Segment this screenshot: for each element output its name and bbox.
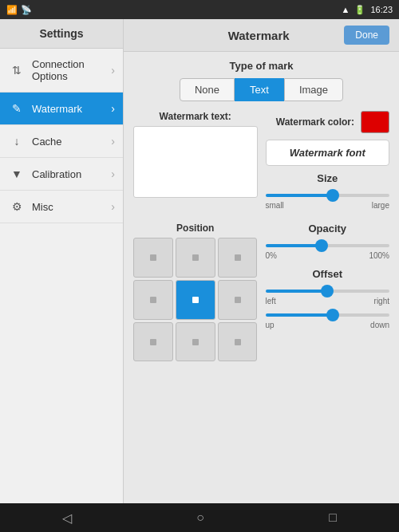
connection-icon: ⇅ (8, 64, 26, 77)
size-min-label: small (266, 201, 284, 210)
size-labels: small large (266, 201, 390, 210)
opacity-slider-section: Opacity 0% 100% (266, 223, 390, 260)
cache-icon: ↓ (8, 135, 26, 148)
offset-lr-slider[interactable] (266, 290, 390, 293)
recents-button[interactable]: □ (329, 510, 337, 525)
status-left-icons: 📶 📡 (6, 5, 32, 15)
sidebar-item-watermark[interactable]: ✎ Watermark › (0, 93, 123, 125)
watermark-text-col: Watermark text: (133, 111, 258, 215)
wifi-icon: ▲ (342, 5, 350, 14)
watermark-settings-row: Watermark text: Watermark color: Waterma… (133, 111, 389, 215)
opacity-labels: 0% 100% (266, 251, 390, 260)
pos-cell-7[interactable] (176, 322, 215, 362)
pos-dot-0 (150, 254, 156, 261)
calibration-chevron: › (111, 167, 115, 180)
status-right: ▲ 🔋 16:23 (342, 5, 393, 15)
content-header: Watermark Done (124, 19, 399, 52)
connection-chevron: › (111, 64, 115, 77)
opacity-title: Opacity (266, 223, 390, 234)
type-text-button[interactable]: Text (235, 78, 284, 101)
cache-label: Cache (32, 136, 111, 148)
type-image-button[interactable]: Image (284, 78, 343, 101)
bottom-row: Position (133, 223, 389, 362)
status-bar: 📶 📡 ▲ 🔋 16:23 (0, 0, 399, 19)
offset-left-label: left (266, 297, 276, 305)
offset-ud-slider[interactable] (266, 313, 390, 317)
size-slider-section: Size small large (266, 172, 390, 210)
pos-dot-5 (235, 297, 241, 303)
sidebar-item-connection[interactable]: ⇅ Connection Options › (0, 49, 123, 93)
sidebar-item-cache[interactable]: ↓ Cache › (0, 125, 123, 158)
pos-cell-5[interactable] (218, 280, 258, 320)
misc-label: Misc (32, 201, 111, 213)
watermark-text-label: Watermark text: (133, 111, 258, 122)
pos-dot-2 (235, 254, 241, 261)
pos-dot-6 (150, 339, 156, 345)
time-display: 16:23 (370, 5, 393, 14)
misc-chevron: › (111, 200, 115, 213)
position-label: Position (133, 223, 258, 234)
right-sliders: Opacity 0% 100% Offset left right (266, 223, 390, 362)
offset-ud-labels: up down (266, 321, 390, 329)
offset-slider-section: Offset left right up down (266, 268, 390, 329)
watermark-font-button[interactable]: Watermark font (266, 140, 390, 166)
pos-dot-3 (150, 297, 156, 303)
pos-cell-2[interactable] (218, 238, 258, 278)
size-max-label: large (372, 201, 389, 210)
pos-cell-1[interactable] (176, 238, 215, 278)
pos-cell-8[interactable] (218, 322, 258, 362)
type-of-mark-title: Type of mark (133, 60, 389, 72)
opacity-max-label: 100% (369, 251, 389, 260)
pos-dot-1 (192, 254, 199, 261)
offset-up-label: up (266, 321, 275, 329)
misc-icon: ⚙ (8, 200, 26, 213)
cache-chevron: › (111, 135, 115, 148)
main-layout: Settings ⇅ Connection Options › ✎ Waterm… (0, 19, 399, 503)
battery-icon: 🔋 (354, 5, 365, 15)
sidebar-title: Settings (0, 19, 123, 49)
content-body: Type of mark None Text Image Watermark t… (124, 52, 399, 503)
signal-icon-1: 📶 (6, 5, 18, 15)
offset-title: Offset (266, 268, 390, 280)
offset-down-label: down (370, 321, 389, 329)
watermark-label: Watermark (32, 103, 111, 115)
content-title: Watermark (173, 29, 344, 42)
offset-lr-labels: left right (266, 297, 390, 305)
sidebar: Settings ⇅ Connection Options › ✎ Waterm… (0, 19, 124, 503)
type-none-button[interactable]: None (180, 78, 235, 101)
home-button[interactable]: ○ (196, 510, 204, 525)
position-section: Position (133, 223, 258, 362)
offset-right-label: right (374, 297, 389, 305)
watermark-right-col: Watermark color: Watermark font Size sma… (266, 111, 390, 215)
position-grid (133, 238, 258, 362)
watermark-text-box[interactable] (133, 126, 258, 198)
pos-dot-7 (192, 339, 199, 345)
calibration-icon: ▼ (8, 167, 26, 180)
pos-cell-4[interactable] (176, 280, 215, 320)
color-label: Watermark color: (276, 116, 354, 128)
watermark-icon: ✎ (8, 102, 26, 115)
pos-dot-4 (192, 297, 199, 303)
calibration-label: Calibration (32, 168, 111, 180)
nav-bar: ◁ ○ □ (0, 503, 399, 532)
connection-label: Connection Options (32, 58, 111, 82)
back-button[interactable]: ◁ (62, 510, 72, 526)
pos-dot-8 (235, 339, 241, 345)
pos-cell-3[interactable] (133, 280, 173, 320)
size-slider[interactable] (266, 194, 390, 197)
sidebar-item-misc[interactable]: ⚙ Misc › (0, 191, 123, 223)
sidebar-item-calibration[interactable]: ▼ Calibration › (0, 158, 123, 191)
opacity-min-label: 0% (266, 251, 277, 260)
signal-icon-2: 📡 (21, 5, 32, 15)
done-button[interactable]: Done (344, 26, 389, 45)
color-row: Watermark color: (266, 111, 390, 133)
color-swatch[interactable] (361, 111, 389, 133)
content-area: Watermark Done Type of mark None Text Im… (124, 19, 399, 503)
type-buttons: None Text Image (133, 78, 389, 101)
size-title: Size (266, 172, 390, 184)
pos-cell-6[interactable] (133, 322, 173, 362)
opacity-slider[interactable] (266, 244, 390, 247)
pos-cell-0[interactable] (133, 238, 173, 278)
watermark-chevron: › (111, 102, 115, 115)
